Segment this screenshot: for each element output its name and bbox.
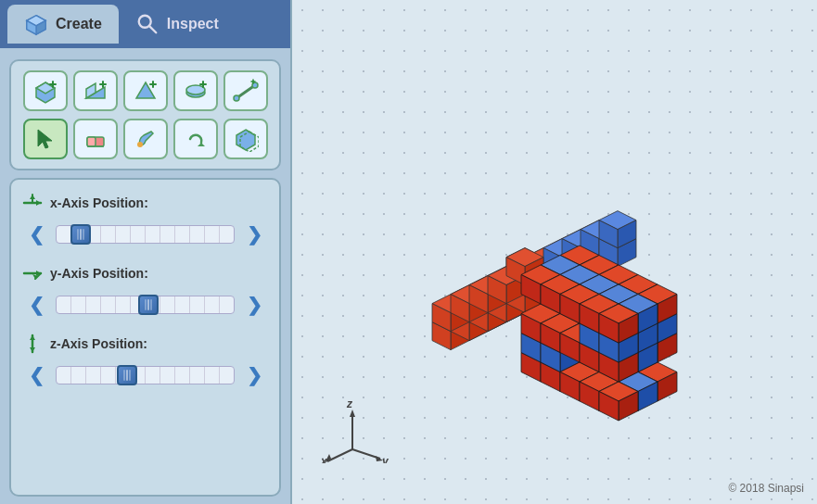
y-axis-group: y-Axis Position: ❮ ❯ (22, 263, 268, 319)
tool-add-flat[interactable] (173, 70, 218, 111)
z-axis-increment[interactable]: ❯ (240, 361, 268, 389)
z-axis-thumb[interactable] (117, 365, 137, 385)
svg-marker-60 (350, 410, 355, 417)
cube-icon (24, 12, 48, 36)
tool-add-prism[interactable] (123, 70, 168, 111)
x-axis-track[interactable] (56, 225, 235, 244)
svg-marker-52 (292, 0, 313, 20)
x-axis-label: x-Axis Position: (50, 195, 148, 210)
svg-marker-37 (30, 195, 35, 199)
x-axis-decrement[interactable]: ❮ (22, 220, 50, 248)
canvas-area[interactable]: // This won't run in SVG context in this… (292, 0, 817, 504)
tool-select[interactable] (23, 119, 68, 159)
z-axis-label-indicator: z (346, 398, 352, 410)
tab-inspect[interactable]: Inspect (119, 5, 236, 44)
svg-marker-44 (30, 347, 35, 352)
tools-row-2 (20, 119, 270, 159)
tab-bar: Create Inspect (0, 0, 290, 48)
y-axis-decrement[interactable]: ❮ (22, 291, 50, 319)
tab-create[interactable]: Create (7, 5, 119, 44)
y-axis-slider-row: ❮ ❯ (22, 291, 268, 319)
tool-add-line[interactable] (223, 70, 268, 111)
svg-marker-31 (198, 143, 205, 146)
y-axis-label: y-Axis Position: (50, 266, 148, 281)
svg-line-58 (327, 449, 352, 461)
tool-add-box[interactable] (23, 70, 68, 111)
inspect-icon (135, 12, 160, 36)
svg-marker-35 (36, 200, 41, 206)
x-axis-slider-row: ❮ ❯ (22, 220, 268, 248)
z-axis-label: z-Axis Position: (50, 336, 147, 351)
z-axis-slider-row: ❮ ❯ (22, 361, 268, 389)
x-axis-increment[interactable]: ❯ (240, 220, 268, 248)
tab-inspect-label: Inspect (167, 16, 219, 32)
z-axis-icon (22, 334, 43, 354)
tool-duplicate[interactable] (223, 119, 268, 159)
svg-rect-28 (87, 137, 96, 146)
svg-point-22 (234, 95, 239, 101)
tools-section (9, 59, 281, 170)
tool-rotate[interactable] (173, 119, 218, 159)
z-axis-group: z-Axis Position: ❮ ❯ (22, 334, 268, 389)
svg-marker-32 (236, 130, 255, 150)
y-axis-thumb[interactable] (138, 295, 159, 315)
svg-marker-26 (38, 130, 52, 148)
x-axis-group: x-Axis Position: ❮ ❯ (22, 193, 268, 248)
x-axis-label-indicator: x (320, 455, 328, 463)
svg-marker-43 (30, 335, 35, 340)
sliders-section: x-Axis Position: ❮ ❯ (9, 178, 281, 497)
tool-erase[interactable] (73, 119, 118, 159)
z-axis-decrement[interactable]: ❮ (22, 361, 50, 389)
y-axis-icon (22, 263, 43, 284)
tool-paint[interactable] (123, 119, 168, 159)
svg-marker-55 (292, 0, 313, 20)
svg-point-30 (137, 142, 143, 147)
y-axis-track[interactable] (56, 296, 235, 314)
axis-indicator: z x y (320, 398, 394, 467)
x-axis-thumb[interactable] (70, 224, 91, 245)
copyright: © 2018 Sinapsi (728, 482, 804, 495)
tool-add-wedge[interactable] (73, 70, 118, 111)
tab-create-label: Create (56, 16, 102, 32)
z-axis-track[interactable] (56, 366, 235, 384)
tools-row-1 (20, 70, 270, 111)
y-axis-increment[interactable]: ❯ (240, 291, 268, 319)
svg-line-5 (149, 26, 156, 32)
x-axis-icon (22, 193, 43, 213)
y-axis-label-indicator: y (381, 455, 389, 463)
left-panel: Create Inspect (0, 0, 292, 504)
